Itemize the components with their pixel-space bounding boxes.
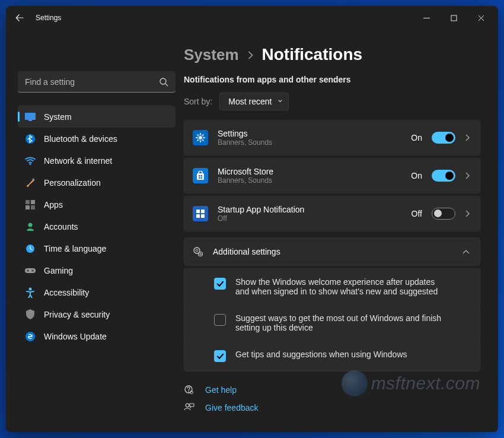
- nav-label: Network & internet: [44, 156, 112, 166]
- feedback-icon: [184, 402, 194, 413]
- additional-settings-expander[interactable]: Additional settings: [184, 237, 480, 266]
- svg-point-18: [199, 137, 202, 139]
- nav-bluetooth[interactable]: Bluetooth & devices: [18, 128, 176, 150]
- search-icon: [159, 77, 168, 87]
- nav-accounts[interactable]: Accounts: [18, 215, 176, 237]
- help-icon: [184, 385, 194, 395]
- checkbox[interactable]: [214, 278, 226, 290]
- chevron-right-icon: [465, 210, 470, 218]
- settings-icon: [193, 130, 208, 145]
- checkbox[interactable]: [214, 350, 226, 362]
- svg-rect-36: [190, 404, 194, 407]
- nav-list: System Bluetooth & devices Network & int…: [18, 106, 176, 347]
- nav-update[interactable]: Windows Update: [18, 325, 176, 347]
- svg-rect-21: [201, 175, 203, 177]
- window-icon: [193, 206, 208, 221]
- gamepad-icon: [25, 267, 36, 274]
- nav-apps[interactable]: Apps: [18, 193, 176, 215]
- svg-rect-25: [201, 210, 205, 213]
- update-icon: [25, 332, 35, 341]
- search-box[interactable]: [18, 71, 176, 93]
- svg-point-33: [188, 391, 189, 392]
- gear-icon: [193, 246, 203, 257]
- nav-gaming[interactable]: Gaming: [18, 259, 176, 281]
- sort-row: Sort by: Most recent: [184, 93, 480, 110]
- svg-point-31: [200, 253, 202, 255]
- nav-label: Gaming: [44, 266, 73, 275]
- nav-label: Privacy & security: [44, 310, 110, 319]
- minimize-button[interactable]: [413, 8, 440, 27]
- svg-rect-27: [201, 214, 205, 218]
- svg-rect-22: [199, 177, 200, 179]
- nav-personalization[interactable]: Personalization: [18, 172, 176, 193]
- maximize-button[interactable]: [440, 8, 467, 27]
- checkbox[interactable]: [214, 314, 226, 326]
- search-input[interactable]: [25, 77, 159, 87]
- check-row-tips[interactable]: Get tips and suggestions when using Wind…: [184, 341, 480, 371]
- nav-system[interactable]: System: [18, 106, 176, 128]
- person-icon: [25, 222, 35, 231]
- additional-settings-panel: Show the Windows welcome experience afte…: [184, 268, 480, 372]
- svg-rect-2: [25, 113, 36, 120]
- apps-icon: [25, 200, 35, 210]
- link-text: Get help: [205, 385, 237, 395]
- app-row-startup-notification[interactable]: Startup App Notification Off Off: [184, 196, 480, 231]
- check-label: Suggest ways to get the most out of Wind…: [235, 313, 467, 332]
- svg-point-14: [31, 269, 34, 272]
- brush-icon: [25, 177, 36, 188]
- breadcrumb-parent[interactable]: System: [184, 46, 239, 64]
- svg-rect-26: [196, 214, 200, 218]
- check-row-welcome[interactable]: Show the Windows welcome experience afte…: [184, 269, 480, 305]
- svg-point-10: [28, 223, 33, 227]
- nav-label: System: [44, 112, 72, 122]
- settings-window: Settings System Bluetooth & devices: [6, 6, 498, 432]
- svg-rect-12: [25, 268, 36, 273]
- nav-privacy[interactable]: Privacy & security: [18, 303, 176, 325]
- app-row-settings[interactable]: Settings Banners, Sounds On: [184, 120, 480, 155]
- svg-point-15: [29, 287, 32, 290]
- give-feedback-link[interactable]: Give feedback: [184, 402, 480, 413]
- sort-dropdown[interactable]: Most recent: [219, 93, 289, 110]
- clock-icon: [25, 244, 35, 253]
- check-row-suggest[interactable]: Suggest ways to get the most out of Wind…: [184, 305, 480, 341]
- sidebar: System Bluetooth & devices Network & int…: [6, 30, 184, 432]
- bluetooth-icon: [25, 134, 35, 144]
- app-name: Startup App Notification: [218, 205, 402, 214]
- display-icon: [25, 113, 36, 121]
- svg-point-13: [27, 269, 29, 272]
- svg-rect-23: [201, 177, 203, 179]
- nav-network[interactable]: Network & internet: [18, 150, 176, 172]
- svg-rect-8: [25, 205, 30, 210]
- chevron-right-icon: [465, 172, 470, 180]
- toggle-switch[interactable]: [432, 132, 455, 144]
- toggle-state: Off: [412, 209, 422, 218]
- app-sub: Banners, Sounds: [218, 138, 401, 147]
- main-content: System Notifications Notifications from …: [184, 30, 498, 432]
- expander-title: Additional settings: [213, 247, 452, 256]
- toggle-switch[interactable]: [432, 208, 455, 220]
- nav-time[interactable]: Time & language: [18, 237, 176, 259]
- app-row-microsoft-store[interactable]: Microsoft Store Banners, Sounds On: [184, 158, 480, 193]
- nav-label: Apps: [44, 200, 63, 210]
- toggle-state: On: [411, 133, 422, 142]
- svg-rect-9: [31, 205, 35, 210]
- chevron-right-icon: [247, 50, 254, 60]
- shield-icon: [26, 309, 34, 319]
- svg-point-30: [199, 252, 203, 256]
- nav-accessibility[interactable]: Accessibility: [18, 281, 176, 303]
- chevron-up-icon: [462, 249, 470, 255]
- close-button[interactable]: [467, 8, 495, 27]
- wifi-icon: [25, 157, 36, 165]
- back-icon[interactable]: [15, 14, 24, 22]
- breadcrumb: System Notifications: [184, 45, 480, 64]
- svg-rect-3: [28, 120, 32, 121]
- toggle-switch[interactable]: [432, 170, 455, 182]
- page-title: Notifications: [262, 45, 363, 64]
- sort-label: Sort by:: [184, 97, 212, 106]
- check-label: Show the Windows welcome experience afte…: [235, 277, 449, 296]
- window-title: Settings: [36, 14, 61, 22]
- toggle-state: On: [411, 171, 422, 180]
- nav-label: Accounts: [44, 222, 78, 231]
- nav-label: Bluetooth & devices: [44, 134, 117, 144]
- get-help-link[interactable]: Get help: [184, 385, 480, 395]
